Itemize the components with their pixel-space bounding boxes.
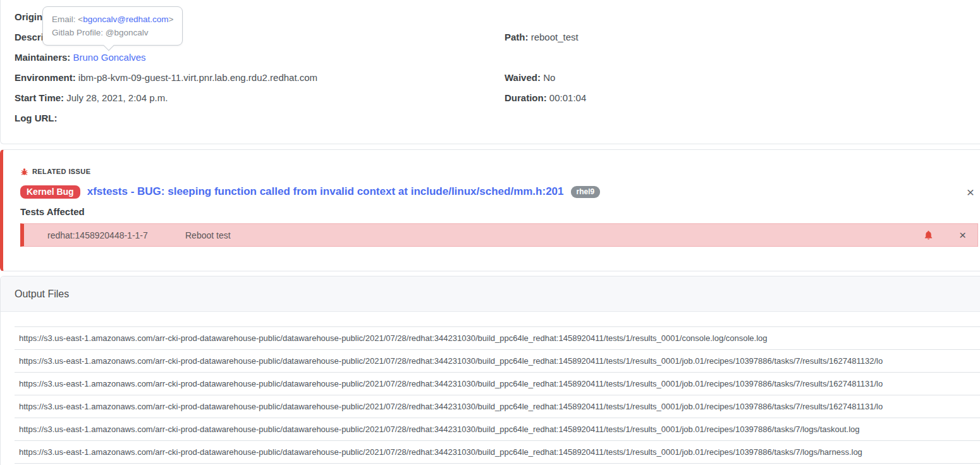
page: Origin: Description: Maintainers: Bruno … — [0, 0, 980, 465]
affected-test-row: redhat:1458920448-1-1-7 Reboot test × — [20, 223, 978, 247]
detail-row-start-time: Start Time: July 28, 2021, 2:04 p.m. — [15, 88, 980, 108]
detail-row-duration: Duration: 00:01:04 — [505, 88, 586, 108]
output-file-link[interactable]: https://s3.us-east-1.amazonaws.com/arr-c… — [19, 447, 862, 457]
bell-icon[interactable] — [923, 230, 934, 240]
related-issue-label: RELATED ISSUE — [32, 168, 90, 175]
email-suffix: > — [168, 15, 173, 24]
issue-title-row: Kernel Bug xfstests - BUG: sleeping func… — [20, 183, 978, 201]
environment-label: Environment: — [15, 72, 76, 83]
duration-value: 00:01:04 — [549, 92, 586, 103]
output-file-link[interactable]: https://s3.us-east-1.amazonaws.com/arr-c… — [19, 333, 768, 343]
tests-affected-heading: Tests Affected — [20, 206, 978, 217]
output-file-row: https://s3.us-east-1.amazonaws.com/arr-c… — [15, 395, 980, 418]
affected-test-close-icon[interactable]: × — [957, 229, 969, 241]
detail-row-log-url: Log URL: — [15, 108, 980, 128]
output-file-link[interactable]: https://s3.us-east-1.amazonaws.com/arr-c… — [19, 379, 883, 388]
start-time-value: July 28, 2021, 2:04 p.m. — [66, 92, 168, 103]
test-details-card: Origin: Description: Maintainers: Bruno … — [0, 0, 980, 144]
output-file-row: https://s3.us-east-1.amazonaws.com/arr-c… — [15, 326, 980, 349]
detail-row-empty-1 — [505, 7, 586, 27]
log-url-label: Log URL: — [15, 113, 57, 123]
maintainer-link[interactable]: Bruno Goncalves — [73, 52, 146, 63]
affected-test-actions: × — [923, 229, 969, 241]
output-files-heading: Output Files — [1, 276, 980, 312]
waived-label: Waived: — [505, 72, 541, 83]
issue-title-link[interactable]: xfstests - BUG: sleeping function called… — [87, 185, 564, 198]
output-file-row: https://s3.us-east-1.amazonaws.com/arr-c… — [15, 349, 980, 372]
related-issue-header: RELATED ISSUE — [20, 166, 978, 177]
output-file-row: https://s3.us-east-1.amazonaws.com/arr-c… — [15, 372, 980, 395]
output-file-link[interactable]: https://s3.us-east-1.amazonaws.com/arr-c… — [19, 356, 883, 366]
origin-label: Origin: — [15, 11, 46, 22]
affected-test-name: Reboot test — [185, 230, 231, 240]
rhel9-tag-badge: rhel9 — [571, 186, 601, 198]
details-right-column: Path: reboot_test Waived: No Duration: 0… — [505, 7, 586, 108]
tooltip-gitlab-line: Gitlab Profile: @bgoncalv — [52, 26, 173, 39]
tooltip-email-line: Email: <bgoncalv@redhat.com> — [52, 13, 173, 26]
kernel-bug-badge: Kernel Bug — [20, 185, 80, 199]
duration-label: Duration: — [505, 92, 547, 103]
detail-row-waived: Waived: No — [505, 68, 586, 88]
email-link[interactable]: bgoncalv@redhat.com — [83, 15, 168, 24]
detail-row-empty-2 — [505, 47, 586, 68]
output-files-list: https://s3.us-east-1.amazonaws.com/arr-c… — [1, 312, 980, 464]
affected-test-id: redhat:1458920448-1-1-7 — [47, 230, 185, 240]
detail-row-environment: Environment: ibm-p8-kvm-09-guest-11.virt… — [15, 68, 980, 88]
issue-close-icon[interactable]: × — [963, 185, 978, 199]
email-prefix: Email: < — [52, 15, 83, 24]
detail-row-maintainers: Maintainers: Bruno Goncalves — [15, 47, 980, 68]
related-issue-card: RELATED ISSUE Kernel Bug xfstests - BUG:… — [0, 149, 980, 271]
output-file-link[interactable]: https://s3.us-east-1.amazonaws.com/arr-c… — [19, 425, 860, 434]
path-label: Path: — [505, 32, 529, 42]
environment-value: ibm-p8-kvm-09-guest-11.virt.pnr.lab.eng.… — [78, 72, 317, 83]
start-time-label: Start Time: — [15, 92, 64, 103]
output-file-row: https://s3.us-east-1.amazonaws.com/arr-c… — [15, 418, 980, 440]
output-file-link[interactable]: https://s3.us-east-1.amazonaws.com/arr-c… — [19, 402, 883, 411]
output-files-card: Output Files https://s3.us-east-1.amazon… — [0, 276, 980, 465]
maintainer-tooltip: Email: <bgoncalv@redhat.com> Gitlab Prof… — [42, 6, 183, 46]
output-file-row: https://s3.us-east-1.amazonaws.com/arr-c… — [15, 440, 980, 464]
maintainers-label: Maintainers: — [15, 52, 70, 63]
waived-value: No — [543, 72, 555, 83]
bug-icon — [20, 168, 28, 176]
detail-row-path: Path: reboot_test — [505, 27, 586, 47]
path-value: reboot_test — [531, 32, 579, 42]
